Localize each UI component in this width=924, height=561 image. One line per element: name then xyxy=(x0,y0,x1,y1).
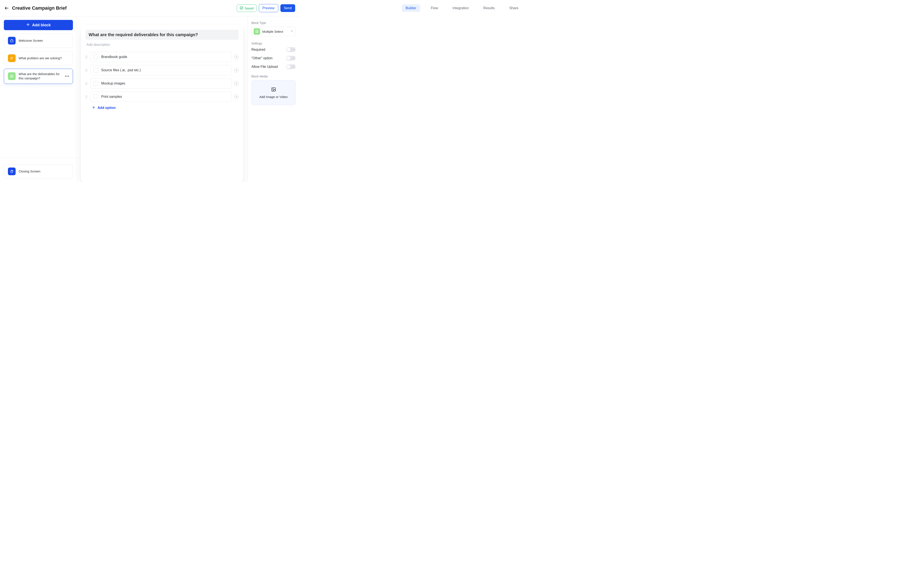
sidebar-bottom: Closing Screen xyxy=(0,158,77,178)
setting-other: “Other” option × xyxy=(251,56,296,60)
option-label: Mockup images xyxy=(101,81,125,86)
saved-label: Saved xyxy=(244,6,254,10)
drag-handle-icon[interactable] xyxy=(86,95,88,98)
sidebar: Add block Welcome Screen What problem ar… xyxy=(0,16,77,182)
chevron-down-icon xyxy=(290,30,293,33)
block-label: Closing Screen xyxy=(19,169,40,174)
checkbox-icon xyxy=(93,54,98,59)
canvas: What are the required deliverables for t… xyxy=(77,16,247,182)
question-text: What are the required deliverables for t… xyxy=(88,32,236,37)
block-editor: What are the required deliverables for t… xyxy=(81,25,243,182)
topbar-left: Creative Campaign Brief xyxy=(4,5,67,11)
wave-icon xyxy=(8,168,16,175)
toggle-other[interactable]: × xyxy=(286,56,296,60)
remove-option-button[interactable] xyxy=(234,68,239,72)
option-input[interactable]: Brandbook guide xyxy=(90,52,232,62)
svg-rect-8 xyxy=(10,75,13,78)
block-card-closing[interactable]: Closing Screen xyxy=(4,164,73,178)
drag-handle-icon[interactable] xyxy=(86,56,88,58)
drag-handle-icon[interactable] xyxy=(86,82,88,85)
check-circle-icon xyxy=(240,6,243,10)
topbar: Creative Campaign Brief Builder Flow Int… xyxy=(0,0,300,16)
media-placeholder: Add Image or Video xyxy=(259,95,288,99)
text-icon xyxy=(8,54,16,62)
remove-option-button[interactable] xyxy=(234,81,239,86)
option-label: Source files (.ai, .psd etc.) xyxy=(101,68,141,72)
multiselect-icon xyxy=(254,28,260,34)
option-input[interactable]: Print samples xyxy=(90,92,232,102)
checkbox-icon xyxy=(93,94,98,99)
option-input[interactable]: Mockup images xyxy=(90,78,232,88)
checkbox-icon xyxy=(93,81,98,86)
checkbox-icon xyxy=(93,68,98,72)
svg-rect-4 xyxy=(10,40,13,42)
saved-badge: Saved xyxy=(237,4,256,12)
svg-point-21 xyxy=(273,88,273,89)
multiselect-icon xyxy=(8,72,16,80)
media-dropzone[interactable]: Add Image or Video xyxy=(251,80,296,105)
setting-file-upload: Allow File Upload × xyxy=(251,64,296,69)
topbar-right: Saved Preview Send xyxy=(237,4,295,12)
svg-point-1 xyxy=(240,6,243,9)
preview-button[interactable]: Preview xyxy=(259,4,278,12)
block-label: What are the deliverables for this campa… xyxy=(19,72,62,81)
remove-option-button[interactable] xyxy=(234,94,239,99)
block-list: Welcome Screen What problem are we solvi… xyxy=(4,34,73,158)
welcome-icon xyxy=(8,37,16,45)
block-type-value: Multiple Select xyxy=(262,30,288,33)
option-row: Brandbook guide xyxy=(86,52,239,62)
add-option-label: Add option xyxy=(98,106,116,110)
option-input[interactable]: Source files (.ai, .psd etc.) xyxy=(90,65,232,75)
add-block-button[interactable]: Add block xyxy=(4,20,73,30)
settings-heading: Settings xyxy=(251,42,296,45)
block-card-deliverables[interactable]: What are the deliverables for this campa… xyxy=(4,69,73,84)
option-row: Print samples xyxy=(86,92,239,102)
send-button[interactable]: Send xyxy=(280,4,295,12)
inspector: Block Type Multiple Select Settings Requ… xyxy=(247,16,300,182)
add-block-label: Add block xyxy=(32,23,51,27)
block-label: Welcome Screen xyxy=(19,39,43,43)
back-arrow-icon[interactable] xyxy=(4,6,9,10)
drag-handle-icon[interactable] xyxy=(86,69,88,72)
settings-list: Required × “Other” option × Allow File U… xyxy=(251,47,296,69)
plus-icon xyxy=(26,22,30,28)
option-row: Source files (.ai, .psd etc.) xyxy=(86,65,239,75)
toggle-file-upload[interactable]: × xyxy=(286,64,296,69)
option-label: Print samples xyxy=(101,95,122,99)
add-option-button[interactable]: Add option xyxy=(92,106,239,110)
page-title: Creative Campaign Brief xyxy=(12,5,67,11)
plus-icon xyxy=(92,106,95,110)
remove-option-button[interactable] xyxy=(234,54,239,59)
block-type-select[interactable]: Multiple Select xyxy=(251,27,296,36)
more-icon[interactable] xyxy=(65,76,69,76)
block-card-problem[interactable]: What problem are we solving? xyxy=(4,51,73,65)
description-input[interactable]: Add description xyxy=(86,43,238,46)
block-label: What problem are we solving? xyxy=(19,56,62,60)
setting-required: Required × xyxy=(251,47,296,52)
option-label: Brandbook guide xyxy=(101,55,127,59)
option-row: Mockup images xyxy=(86,78,239,88)
option-list: Brandbook guide Source files (.ai, .psd … xyxy=(86,52,239,102)
setting-label: Allow File Upload xyxy=(251,65,278,69)
block-type-heading: Block Type xyxy=(251,21,296,25)
svg-rect-20 xyxy=(272,88,276,91)
setting-label: “Other” option xyxy=(251,56,273,60)
block-card-welcome[interactable]: Welcome Screen xyxy=(4,34,73,48)
image-icon xyxy=(271,87,276,93)
question-input[interactable]: What are the required deliverables for t… xyxy=(86,30,239,40)
toggle-required[interactable]: × xyxy=(286,47,296,52)
svg-rect-19 xyxy=(256,30,258,33)
block-media-heading: Block Media xyxy=(251,75,296,78)
setting-label: Required xyxy=(251,48,265,52)
